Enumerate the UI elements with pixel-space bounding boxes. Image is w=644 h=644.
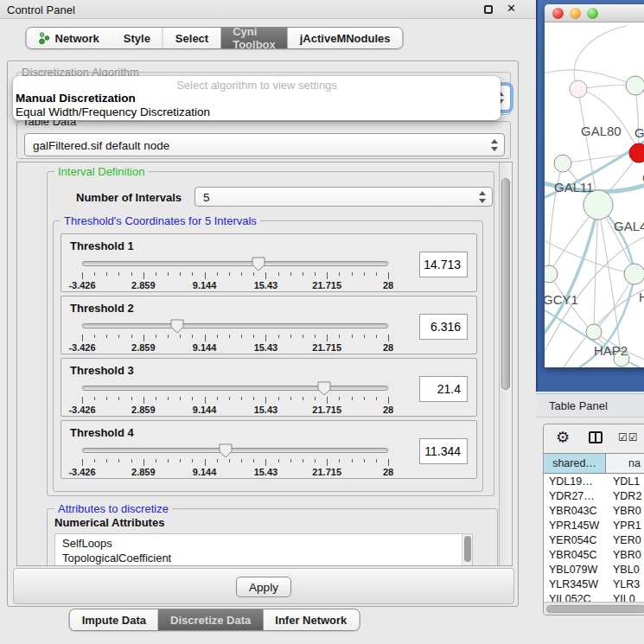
node-gal80[interactable] (570, 80, 587, 98)
table-row[interactable]: YBR045CYBR0 (544, 548, 644, 563)
dropdown-option-manual[interactable]: Manual Discretization (16, 92, 136, 105)
node-label: GAL80 (581, 124, 622, 138)
gear-icon[interactable]: ⚙ (556, 428, 570, 447)
slider-ticks (82, 335, 388, 341)
slider-track[interactable] (82, 323, 388, 328)
table-row[interactable]: YDR27…YDR2 (544, 489, 644, 504)
algorithm-settings-panel: Interval Definition Number of Intervals … (16, 162, 513, 566)
slider-tick-labels: -3.4262.8599.14415.4321.71528 (82, 342, 388, 353)
threshold-1-value-input[interactable]: 14.713 (419, 252, 468, 277)
threshold-2-slider[interactable]: -3.4262.8599.14415.4321.71528 (82, 319, 388, 352)
list-item[interactable]: TopologicalCoefficient (55, 551, 472, 565)
threshold-1-panel: Threshold 1 -3.4262.8599.14415.4321.7152… (61, 233, 477, 292)
node-label: H (639, 290, 644, 304)
table-data-group: galFiltered.sif default node (16, 121, 511, 159)
table-panel-titlebar: Table Panel (536, 393, 644, 418)
table-horizontal-scrollbar[interactable] (544, 602, 644, 615)
thresholds-group-label: Threshold's Coordinates for 5 Intervals (61, 214, 260, 227)
slider-handle[interactable] (317, 381, 331, 396)
node-label: GAL11 (554, 180, 594, 194)
slider-tick-labels: -3.4262.8599.14415.4321.71528 (82, 405, 388, 415)
column-header-shared-name[interactable]: shared… (544, 454, 606, 473)
scrollbar-thumb[interactable] (464, 536, 471, 562)
thresholds-group: Threshold's Coordinates for 5 Intervals … (53, 220, 483, 492)
table-row[interactable]: YBL079WYBL0 (544, 563, 644, 577)
network-view-window[interactable]: GAL80 GA C GAL11 GAL4 GCY1 H HAP2 (545, 4, 644, 367)
tab-label: Impute Data (82, 614, 146, 627)
node-gal11[interactable] (554, 155, 571, 172)
threshold-3-slider[interactable]: -3.4262.8599.14415.4321.71528 (82, 381, 388, 414)
settings-scrollbar[interactable] (499, 163, 512, 565)
node-gcy1[interactable] (545, 265, 558, 283)
node-table: ⚙ ☑☑ shared… na YDL19…YDL1 YDR27…YDR2 YB… (543, 424, 644, 615)
node-gal4[interactable] (583, 190, 613, 220)
list-item[interactable]: BetweennessCentrality (55, 565, 472, 566)
tab-select[interactable]: Select (163, 28, 220, 48)
apply-button[interactable]: Apply (236, 577, 291, 597)
node-ga[interactable] (626, 76, 644, 95)
control-panel-window: Control Panel ✕ Network Style Select Cyn… (0, 0, 536, 644)
zoom-traffic-light-icon[interactable] (587, 8, 598, 19)
slider-tick-labels: -3.4262.8599.14415.4321.71528 (82, 280, 388, 290)
scrollbar-thumb[interactable] (546, 605, 644, 613)
minimize-traffic-light-icon[interactable] (570, 8, 581, 19)
scrollbar-thumb[interactable] (501, 178, 510, 390)
column-header-name[interactable]: na (606, 454, 644, 473)
threshold-2-value-input[interactable]: 6.316 (419, 314, 468, 340)
dropdown-hint: Select algorithm to view settings (13, 79, 501, 92)
node-label: GCY1 (545, 292, 578, 307)
close-icon[interactable]: ✕ (507, 2, 516, 15)
network-canvas[interactable]: GAL80 GA C GAL11 GAL4 GCY1 H HAP2 (545, 22, 644, 367)
slider-tick-labels: -3.4262.8599.14415.4321.71528 (82, 467, 388, 477)
tab-label: Cyni Toolbox (233, 27, 276, 49)
network-desktop: GAL80 GA C GAL11 GAL4 GCY1 H HAP2 (536, 0, 644, 392)
node-hap2[interactable] (586, 324, 602, 340)
threshold-4-panel: Threshold 4 -3.4262.8599.14415.4321.7152… (61, 420, 477, 479)
list-scrollbar[interactable] (462, 534, 472, 566)
tab-impute-data[interactable]: Impute Data (70, 609, 158, 630)
columns-icon[interactable] (589, 431, 603, 443)
slider-ticks (82, 397, 388, 404)
close-traffic-light-icon[interactable] (552, 8, 564, 19)
tab-cyni-toolbox[interactable]: Cyni Toolbox (220, 28, 288, 48)
slider-track[interactable] (82, 261, 388, 266)
node-h[interactable] (624, 264, 644, 284)
node-red-selected[interactable] (629, 143, 644, 163)
network-icon (38, 32, 50, 44)
tab-style[interactable]: Style (112, 28, 163, 48)
attributes-group-label: Attributes to discretize (54, 502, 172, 515)
table-row[interactable]: YER054CYER0 (544, 533, 644, 548)
slider-track[interactable] (82, 386, 388, 391)
table-data-combobox[interactable]: galFiltered.sif default node (24, 133, 505, 156)
threshold-4-value-input[interactable]: 11.344 (419, 438, 468, 464)
slider-handle[interactable] (219, 443, 233, 458)
tab-label: Network (54, 32, 99, 45)
tab-discretize-data[interactable]: Discretize Data (158, 609, 263, 630)
list-item[interactable]: SelfLoops (55, 534, 472, 551)
cyni-toolbox-panel: Discretization Algorithm Select algorith… (7, 61, 519, 607)
algorithm-dropdown-popup: Select algorithm to view settings Manual… (13, 76, 501, 120)
threshold-3-value-input[interactable]: 21.4 (419, 376, 468, 402)
table-row[interactable]: YDL19…YDL1 (544, 475, 644, 489)
float-window-icon[interactable] (484, 5, 493, 14)
tab-label: Discretize Data (170, 614, 251, 627)
table-row[interactable]: YPR145WYPR1 (544, 519, 644, 533)
select-columns-icon[interactable]: ☑☑ (618, 431, 639, 443)
tab-label: jActiveMNodules (300, 32, 391, 45)
combo-stepper-icon (491, 139, 499, 151)
slider-track[interactable] (82, 448, 388, 453)
num-intervals-combobox[interactable]: 5 (194, 187, 493, 207)
interval-definition-group: Interval Definition Number of Intervals … (47, 171, 494, 496)
threshold-4-slider[interactable]: -3.4262.8599.14415.4321.71528 (82, 443, 388, 476)
control-panel-titlebar: Control Panel ✕ (0, 0, 536, 19)
table-row[interactable]: YBR043CYBR0 (544, 504, 644, 519)
threshold-1-slider[interactable]: -3.4262.8599.14415.4321.71528 (82, 257, 388, 290)
slider-handle[interactable] (170, 319, 184, 334)
table-row[interactable]: YLR345WYLR3 (544, 577, 644, 592)
tab-infer-network[interactable]: Infer Network (263, 609, 359, 630)
dropdown-option-equal-width[interactable]: Equal Width/Frequency Discretization (16, 105, 210, 118)
slider-handle[interactable] (252, 257, 265, 271)
tab-label: Infer Network (275, 614, 347, 627)
tab-network[interactable]: Network (26, 28, 111, 48)
tab-jactivemnodules[interactable]: jActiveMNodules (288, 28, 403, 48)
